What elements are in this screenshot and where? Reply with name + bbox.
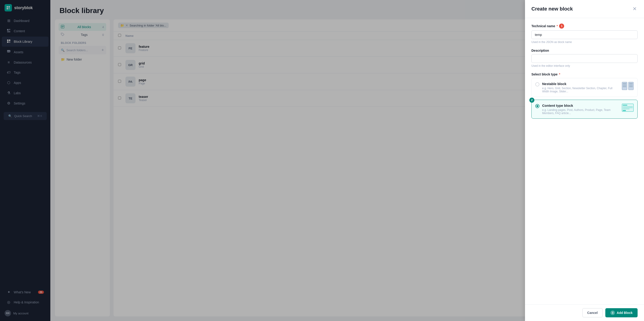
svg-rect-26	[623, 106, 633, 107]
radio-inner	[536, 105, 538, 107]
nestable-block-info: Nestable block e.g. Hero, Grid, Section,…	[542, 82, 619, 93]
description-label: Description	[532, 49, 638, 52]
content-type-step-num: 2	[529, 98, 534, 103]
modal-header: Create new block ✕	[525, 0, 644, 18]
nestable-radio	[535, 82, 540, 86]
svg-rect-21	[629, 83, 633, 84]
add-step-badge: 3	[610, 311, 615, 315]
content-type-block-icon	[622, 104, 634, 113]
block-type-label: Select block type *	[532, 72, 638, 76]
add-block-label: Add Block	[617, 311, 632, 315]
required-star: *	[556, 24, 558, 28]
modal-body: Technical name * 1 Used in the JSON as b…	[525, 18, 644, 304]
content-type-info: Content type block e.g. Landing pages, P…	[542, 104, 619, 115]
technical-name-hint: Used in the JSON as block name	[532, 40, 638, 44]
modal-footer: Cancel 3 Add Block	[525, 304, 644, 321]
block-type-required: *	[559, 72, 560, 76]
modal-title: Create new block	[532, 6, 573, 12]
description-group: Description Used in the editor interface…	[532, 49, 638, 67]
technical-name-label: Technical name * 1	[532, 23, 638, 28]
description-hint: Used in the editor interface only	[532, 64, 638, 67]
block-type-group: Select block type * Nestable block e.g. …	[532, 72, 638, 119]
technical-name-group: Technical name * 1 Used in the JSON as b…	[532, 23, 638, 44]
svg-rect-18	[623, 83, 626, 84]
content-type-block-option[interactable]: 2 Content type block e.g. Landing pages,…	[532, 100, 638, 119]
create-block-modal: Create new block ✕ Technical name * 1 Us…	[525, 0, 644, 321]
nestable-block-option[interactable]: Nestable block e.g. Hero, Grid, Section,…	[532, 78, 638, 97]
svg-rect-25	[623, 105, 627, 106]
svg-rect-19	[623, 85, 626, 85]
svg-rect-22	[629, 85, 633, 85]
svg-rect-27	[623, 107, 633, 108]
content-type-radio	[535, 104, 540, 108]
svg-rect-29	[623, 110, 626, 111]
cancel-button[interactable]: Cancel	[582, 308, 602, 317]
add-block-button[interactable]: 3 Add Block	[605, 308, 638, 317]
svg-rect-20	[623, 86, 626, 87]
svg-rect-28	[623, 109, 630, 109]
description-input[interactable]	[532, 54, 638, 63]
nestable-block-icon	[622, 82, 634, 91]
technical-name-input[interactable]	[532, 30, 638, 39]
svg-rect-23	[629, 86, 633, 87]
technical-name-step-badge: 1	[559, 23, 564, 28]
close-icon[interactable]: ✕	[632, 5, 638, 12]
